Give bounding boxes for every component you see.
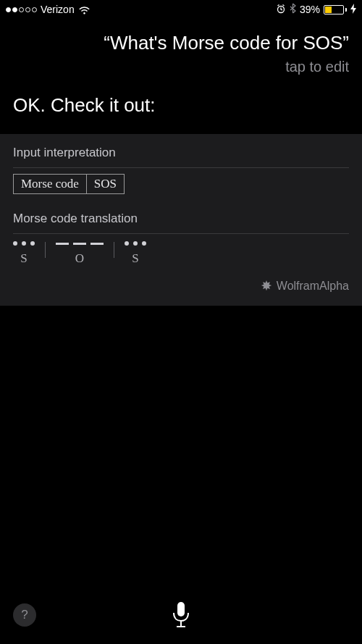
- tap-to-edit-label: tap to edit: [13, 59, 349, 75]
- divider: [13, 233, 349, 234]
- morse-letter-s: S: [13, 240, 35, 266]
- carrier-label: Verizon: [41, 4, 75, 15]
- input-cell: Morse code: [14, 175, 87, 193]
- morse-letter-o: O: [56, 240, 104, 266]
- wolfram-icon: [260, 279, 273, 293]
- input-cell: SOS: [87, 175, 124, 193]
- battery-icon: [324, 5, 347, 14]
- morse-char: S: [132, 251, 138, 266]
- divider: [13, 167, 349, 168]
- status-right: 39%: [276, 3, 356, 16]
- morse-letter-s: S: [125, 240, 146, 266]
- separator: [45, 242, 46, 258]
- morse-translation-row: S O S: [13, 240, 349, 266]
- status-left: Verizon: [6, 4, 90, 15]
- charging-icon: [350, 4, 356, 16]
- help-icon: ?: [21, 608, 28, 622]
- morse-char: O: [75, 251, 84, 266]
- separator: [114, 242, 114, 258]
- bottom-bar: ?: [0, 586, 362, 644]
- bluetooth-icon: [290, 3, 296, 16]
- result-card: Input interpretation Morse code SOS Mors…: [0, 134, 362, 306]
- response-heading: OK. Check it out:: [0, 84, 362, 134]
- signal-strength-icon: [6, 7, 37, 12]
- attribution: WolframAlpha: [13, 279, 349, 293]
- query-text: “What's Morse code for SOS”: [13, 32, 349, 54]
- help-button[interactable]: ?: [13, 603, 36, 627]
- microphone-button[interactable]: [172, 601, 190, 630]
- svg-rect-1: [177, 602, 185, 616]
- alarm-icon: [276, 4, 286, 16]
- wifi-icon: [78, 4, 90, 15]
- input-interpretation-box: Morse code SOS: [13, 174, 125, 194]
- status-bar: Verizon 39%: [0, 0, 362, 19]
- battery-percent: 39%: [300, 4, 320, 15]
- morse-char: S: [20, 251, 27, 266]
- input-section-label: Input interpretation: [13, 146, 349, 160]
- query-area[interactable]: “What's Morse code for SOS” tap to edit: [0, 19, 362, 84]
- attribution-text: WolframAlpha: [277, 280, 349, 293]
- translation-section-label: Morse code translation: [13, 212, 349, 226]
- microphone-icon: [172, 601, 190, 630]
